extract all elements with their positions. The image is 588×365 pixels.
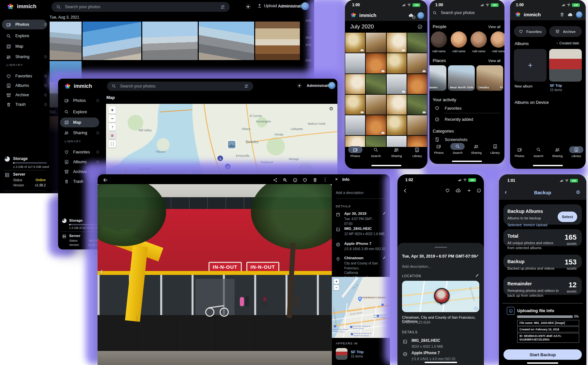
map-cluster-marker[interactable]: 3: [217, 155, 224, 162]
immich-logo[interactable]: immich: [64, 83, 92, 90]
map-zoom-in-button[interactable]: +: [109, 106, 116, 114]
photo-tile[interactable]: [366, 115, 386, 135]
search-input[interactable]: Search your photos: [433, 10, 475, 15]
tab-photos[interactable]: Photos: [511, 146, 528, 158]
cloud-sync-icon[interactable]: [567, 12, 573, 18]
person-face[interactable]: [471, 31, 487, 48]
map-settings-gear[interactable]: ⚙: [329, 106, 333, 112]
photo-tile[interactable]: [345, 95, 365, 115]
trash-icon[interactable]: [313, 178, 317, 182]
info-icon[interactable]: [476, 188, 481, 193]
photo-map-marker[interactable]: [434, 288, 450, 304]
photo-tile[interactable]: [387, 95, 407, 115]
activity-favorites[interactable]: Favorites: [435, 106, 461, 111]
photo-tile[interactable]: [387, 74, 407, 94]
detail-bottom-sheet[interactable]: Tue, Apr 30, 2019 • 6:07 PM GMT-07:00 Ad…: [397, 243, 484, 365]
tab-library[interactable]: Library: [487, 143, 503, 154]
pencil-icon[interactable]: [475, 254, 479, 258]
plus-icon[interactable]: [467, 188, 472, 193]
add-description-field[interactable]: Add description...: [402, 264, 431, 268]
add-name-label[interactable]: Add name: [451, 50, 467, 53]
tab-search[interactable]: Search: [367, 146, 384, 158]
people-view-all[interactable]: View all: [488, 25, 501, 29]
map-zoom-out-button[interactable]: −: [109, 115, 116, 122]
immich-logo[interactable]: immich: [7, 3, 37, 10]
archive-button[interactable]: Archive: [549, 26, 582, 37]
photo-tile[interactable]: [407, 74, 427, 94]
add-name-label[interactable]: Add name: [431, 50, 447, 53]
photo-in-n-out[interactable]: IN-N-OUT IN-N-OUT: [98, 184, 332, 365]
upload-button[interactable]: Upload: [257, 3, 277, 8]
photo-tile[interactable]: [407, 115, 427, 135]
theme-toggle[interactable]: [245, 4, 251, 9]
photo-tile[interactable]: [366, 33, 386, 53]
search-input[interactable]: Search your photos: [107, 82, 253, 91]
tab-photos[interactable]: Photos: [347, 146, 364, 158]
map-photo-marker[interactable]: [227, 140, 236, 149]
select-all-icon[interactable]: [417, 24, 423, 29]
sidebar-item-explore[interactable]: Explore: [60, 107, 99, 117]
person-face[interactable]: [431, 31, 447, 48]
prev-photo-chevron[interactable]: ‹: [100, 266, 103, 277]
category-screenshots[interactable]: Screenshots: [435, 137, 467, 142]
location-mini-map[interactable]: San Francisco ⓘ: [402, 281, 479, 312]
back-icon[interactable]: [103, 177, 108, 183]
avatar[interactable]: [576, 11, 582, 18]
start-backup-button[interactable]: Start Backup: [503, 349, 582, 360]
photo-tile[interactable]: [407, 95, 427, 115]
tab-sharing[interactable]: Sharing: [549, 146, 566, 158]
add-name-label[interactable]: Add name: [471, 50, 487, 53]
photo-tile[interactable]: [345, 115, 365, 135]
tab-library[interactable]: Library: [568, 146, 585, 158]
heart-icon[interactable]: [445, 188, 450, 193]
photo-tile[interactable]: [366, 136, 386, 147]
activity-recently-added[interactable]: Recently added: [435, 117, 473, 122]
sidebar-item-trash[interactable]: Trashⓘ: [2, 100, 47, 109]
share-icon[interactable]: [273, 178, 278, 182]
tab-library[interactable]: Library: [409, 146, 426, 158]
sidebar-item-albums[interactable]: Albumsⓘ: [2, 81, 47, 90]
map-zoom-in-button[interactable]: +: [334, 279, 339, 284]
album-row[interactable]: SF Trip 15 items: [336, 348, 364, 360]
place-card[interactable]: Chinatown: [429, 65, 446, 91]
trash-icon[interactable]: [560, 12, 565, 17]
settings-gear-icon[interactable]: ⚙: [576, 189, 580, 195]
photo-tile[interactable]: [142, 22, 198, 60]
photo-tile[interactable]: [366, 95, 386, 115]
sidebar-item-photos[interactable]: Photosⓘ: [2, 20, 47, 29]
photo-tile[interactable]: [366, 53, 386, 73]
photo-tile[interactable]: [387, 115, 407, 135]
sidebar-item-favorites[interactable]: Favoritesⓘ: [60, 147, 99, 157]
tab-sharing[interactable]: Sharing: [468, 143, 485, 154]
sidebar-item-map[interactable]: Map: [2, 41, 47, 51]
photo-tile[interactable]: [407, 136, 427, 147]
albums-sort-button[interactable]: ↑ Created date: [556, 41, 579, 45]
sidebar-item-sharing[interactable]: Sharingⓘ: [60, 128, 99, 138]
photo-tile[interactable]: [366, 74, 386, 94]
photo-tile[interactable]: [255, 22, 300, 60]
sidebar-item-favorites[interactable]: Favoritesⓘ: [2, 71, 47, 81]
map-markers-toggle[interactable]: ⊘: [109, 132, 116, 139]
photo-tile[interactable]: [407, 33, 427, 53]
sidebar-item-map[interactable]: Map: [60, 118, 99, 127]
places-view-all[interactable]: View all: [488, 59, 501, 63]
photo-tile[interactable]: [407, 53, 427, 73]
photo-tile[interactable]: [387, 33, 407, 53]
photo-tile[interactable]: [345, 33, 365, 53]
favorites-button[interactable]: Favorites: [514, 26, 547, 37]
map-compass-button[interactable]: [109, 123, 116, 131]
photo-tile[interactable]: [345, 53, 365, 73]
avatar[interactable]: [328, 82, 335, 89]
sidebar-item-photos[interactable]: Photosⓘ: [60, 96, 99, 105]
theme-toggle[interactable]: [297, 83, 302, 88]
place-card[interactable]: Omaha: [476, 65, 503, 91]
tab-sharing[interactable]: Sharing: [388, 146, 405, 158]
new-album-tile[interactable]: [514, 49, 547, 82]
photo-tile[interactable]: [199, 22, 254, 60]
sidebar-item-sharing[interactable]: Sharingⓘ: [2, 52, 47, 62]
photo-tile[interactable]: [387, 136, 407, 147]
kebab-menu-icon[interactable]: ⋮: [323, 177, 328, 182]
cloud-upload-icon[interactable]: [456, 188, 461, 193]
sidebar-item-explore[interactable]: Explore: [2, 31, 47, 41]
photo-tile[interactable]: [83, 22, 141, 60]
